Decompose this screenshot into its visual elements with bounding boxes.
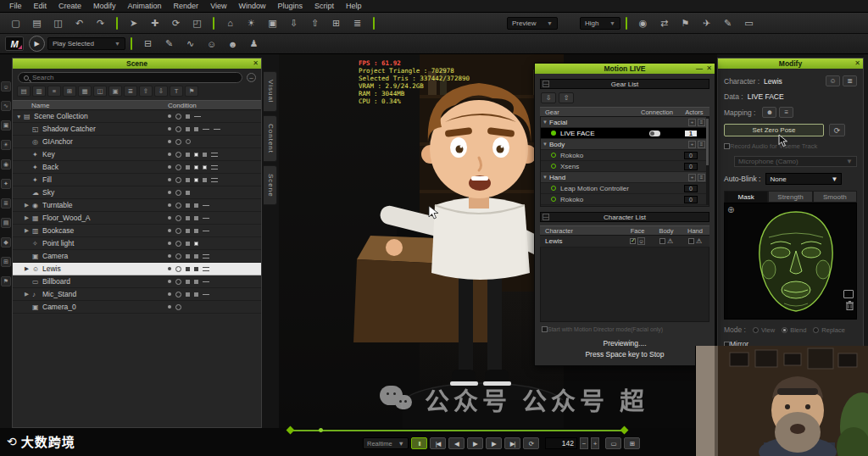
condition-dash-icon[interactable]	[214, 129, 220, 130]
gear-row-leap-motion-controller[interactable]: Leap Motion Controller0	[541, 183, 709, 194]
group-menu-icon[interactable]: ≡	[698, 119, 705, 126]
condition-dash-icon[interactable]	[203, 129, 209, 130]
dock-tab-visual[interactable]: Visual	[264, 71, 277, 112]
dock-actor-icon[interactable]: ☺	[1, 81, 11, 92]
condition-eye-icon[interactable]	[175, 292, 181, 298]
tree-row-floor-wood-a[interactable]: ▶▦Floor_Wood_A	[13, 212, 261, 225]
view-detail-icon[interactable]: ▥	[32, 86, 46, 97]
connection-cell[interactable]	[632, 131, 676, 136]
close-icon[interactable]: ✕	[854, 59, 860, 67]
tree-row-back[interactable]: ✦Back	[13, 161, 261, 174]
condition-sq-icon[interactable]	[194, 216, 198, 220]
show-prop-icon[interactable]: ▣	[108, 86, 122, 97]
condition-eye-icon[interactable]	[175, 114, 181, 120]
condition-sqw-icon[interactable]	[194, 165, 198, 170]
condition-eye-icon[interactable]	[175, 241, 181, 247]
trash-icon[interactable]	[846, 298, 854, 314]
condition-sq-icon[interactable]	[186, 203, 190, 208]
menu-modify[interactable]: Modify	[87, 0, 122, 13]
settings-icon[interactable]: ≣	[348, 15, 367, 31]
condition-sq-icon[interactable]	[194, 254, 198, 259]
pencil-icon[interactable]: ✎	[159, 36, 179, 52]
group-add-icon[interactable]: +	[688, 174, 696, 181]
condition-sq-icon[interactable]	[186, 229, 190, 233]
face-cell[interactable]: ☺	[623, 237, 652, 245]
dock-flag-icon[interactable]: ⚑	[1, 276, 11, 286]
redo-icon[interactable]: ↷	[91, 15, 110, 31]
collapse-icon[interactable]: —	[542, 81, 549, 87]
tree-row-fill[interactable]: ✦Fill	[13, 174, 261, 186]
condition-dot-icon[interactable]	[168, 254, 171, 258]
timeline-track[interactable]	[290, 430, 624, 431]
checkbox-icon[interactable]	[659, 238, 665, 244]
condition-sq-icon[interactable]	[186, 165, 190, 170]
condition-dot-icon[interactable]	[168, 267, 171, 270]
view-list-icon[interactable]: ▤	[17, 86, 31, 97]
pause-button[interactable]: ‖	[411, 437, 427, 449]
mapping-settings-icon[interactable]: ≡	[779, 107, 793, 118]
condition-dot-icon[interactable]	[168, 229, 171, 232]
condition-sq-icon[interactable]	[186, 114, 190, 119]
condition-lines-icon[interactable]	[211, 178, 218, 182]
tree-row-sky[interactable]: ☁Sky	[13, 186, 261, 199]
condition-eye-icon[interactable]	[175, 190, 181, 196]
tree-row-lewis[interactable]: ▶☺Lewis	[13, 263, 261, 275]
vehicle-icon[interactable]: ⊟	[138, 36, 158, 52]
tree-row-point-light[interactable]: ✧Point light	[13, 237, 261, 250]
dock-script-icon[interactable]: ≣	[1, 198, 11, 209]
add-gear-button[interactable]: ⇩	[541, 92, 556, 103]
expand-arrow-icon[interactable]: ▼	[541, 175, 549, 180]
camera-home-icon[interactable]: ⌂	[220, 15, 240, 31]
light-icon[interactable]: ☀	[242, 15, 261, 31]
search-input[interactable]: Search	[18, 72, 242, 83]
quality-dropdown[interactable]: High ▼	[580, 17, 620, 30]
tree-row-shadow-catcher[interactable]: ◱Shadow Catcher	[13, 123, 261, 136]
dock-motion-icon[interactable]: ∿	[1, 101, 11, 111]
character-list-icon[interactable]: ≣	[843, 75, 857, 86]
condition-dot-icon[interactable]	[168, 191, 171, 194]
body-cell[interactable]: ⚠	[652, 237, 681, 245]
expand-arrow-icon[interactable]: ▶	[25, 214, 32, 221]
tree-row-camera[interactable]: ▣Camera	[13, 250, 261, 263]
condition-sq-icon[interactable]	[186, 191, 190, 195]
condition-lines-icon[interactable]	[211, 153, 218, 157]
gear-row-rokoko[interactable]: Rokoko0	[541, 150, 709, 161]
clear-search-icon[interactable]: –	[247, 73, 256, 82]
checkbox-icon[interactable]	[630, 238, 636, 244]
frame-counter[interactable]: 142	[545, 437, 577, 449]
radio-icon[interactable]	[753, 327, 759, 333]
tree-row-turntable[interactable]: ▶◉Turntable	[13, 199, 261, 212]
condition-eye-icon[interactable]	[175, 203, 181, 209]
radio-icon[interactable]	[813, 327, 819, 333]
condition-sq-icon[interactable]	[194, 292, 198, 297]
fit-view-icon[interactable]	[843, 290, 854, 298]
mode-option-replace[interactable]: Replace	[806, 326, 845, 334]
menu-window[interactable]: Window	[232, 0, 271, 13]
condition-sq-icon[interactable]	[203, 153, 207, 157]
pen-icon[interactable]: ✎	[718, 15, 737, 31]
expand-all-icon[interactable]: ⊞	[63, 86, 76, 97]
group-add-icon[interactable]: +	[688, 141, 696, 148]
mode-option-view[interactable]: View	[746, 326, 775, 334]
condition-eye-icon[interactable]	[175, 215, 181, 221]
view-split-icon[interactable]: ◫	[93, 86, 107, 97]
expand-arrow-icon[interactable]: ▶	[25, 265, 32, 272]
condition-sq-icon[interactable]	[186, 254, 190, 259]
condition-eye-icon[interactable]	[175, 126, 181, 132]
condition-dot-icon[interactable]	[168, 216, 171, 220]
playback-speed-dropdown[interactable]: Realtime ▼	[363, 437, 409, 449]
condition-dot-icon[interactable]	[168, 280, 171, 283]
curve-icon[interactable]: ∿	[181, 36, 200, 52]
motion-director-checkbox-row[interactable]: Start with Motion Director mode(Facial o…	[535, 322, 715, 334]
condition-eye-icon[interactable]	[175, 279, 181, 285]
condition-dot-icon[interactable]	[168, 153, 171, 156]
grid-view-icon[interactable]: ⊞	[624, 437, 640, 449]
gear-row-rokoko[interactable]: Rokoko0	[541, 194, 709, 205]
plane-icon[interactable]: ✈	[697, 15, 716, 31]
playhead-marker[interactable]	[319, 428, 323, 432]
scale-tool-icon[interactable]: ◰	[187, 15, 207, 31]
tree-row-scene-collection[interactable]: ▼▤Scene Collection	[13, 110, 261, 123]
group-menu-icon[interactable]: ≡	[698, 174, 705, 181]
menu-render[interactable]: Render	[168, 0, 205, 13]
undo-icon[interactable]: ↶	[70, 15, 89, 31]
